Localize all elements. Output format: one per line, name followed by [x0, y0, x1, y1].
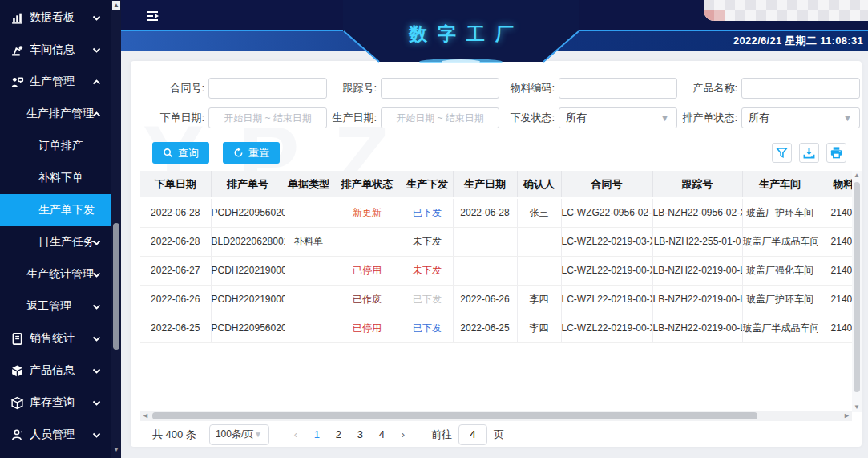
date-range-placeholder: 开始日期 ~ 结束日期: [396, 111, 484, 125]
goto-page-input[interactable]: [458, 424, 487, 445]
table-cell: 2022-06-27: [140, 256, 211, 285]
horizontal-scrollbar-thumb[interactable]: [152, 412, 757, 419]
sidebar-item-生产单下发[interactable]: 生产单下发: [0, 194, 111, 226]
filter-text-control: [381, 78, 499, 99]
filter-icon: [775, 146, 789, 160]
table-row[interactable]: 2022-06-26PCDH2202190002已作废已下发2022-06-26…: [140, 285, 852, 314]
sidebar-item-label: 人员管理: [30, 428, 75, 442]
table-cell: 21400-129: [818, 285, 852, 314]
table-cell: LC-WZL22-0219-03-X: [561, 227, 652, 256]
table-cell: [333, 227, 402, 256]
page-size-select[interactable]: 100条/页 ▼: [209, 424, 269, 445]
scroll-down-icon[interactable]: ▼: [112, 445, 120, 455]
search-icon: [163, 148, 173, 158]
table-cell: 21400-129: [818, 314, 852, 342]
page-number-2[interactable]: 2: [328, 428, 349, 440]
data-table: 下单日期排产单号单据类型排产单状态生产下发生产日期确认人合同号跟踪号生产车间物料…: [140, 171, 852, 343]
status-badge: 已下发: [402, 198, 453, 227]
filter-label: 合同号:: [140, 78, 204, 99]
filter-text-control: [208, 78, 327, 99]
download-icon: [802, 146, 816, 160]
sidebar-item-产品信息[interactable]: 产品信息: [0, 355, 111, 387]
table-cell: 李四: [517, 285, 561, 314]
scroll-up-icon[interactable]: ▲: [112, 1, 120, 10]
inventory-box-icon: [10, 395, 24, 410]
download-button[interactable]: [799, 143, 819, 163]
table-row[interactable]: 2022-06-28BLD20220628001补料单未下发LC-WZL22-0…: [140, 227, 852, 256]
filter-input[interactable]: [742, 79, 859, 98]
next-page-button[interactable]: ›: [393, 428, 414, 440]
status-badge: 已停用: [333, 256, 402, 285]
sidebar-item-日生产任务[interactable]: 日生产任务: [0, 226, 111, 258]
chevron-down-icon: [92, 432, 101, 439]
status-badge: 新更新: [333, 198, 402, 227]
chevron-up-icon: [92, 111, 101, 118]
sidebar-item-库存查询[interactable]: 库存查询: [0, 387, 111, 419]
page-number-3[interactable]: 3: [349, 428, 371, 440]
sidebar-item-销售统计[interactable]: 销售统计: [0, 322, 111, 355]
reset-button-label: 重置: [248, 146, 269, 160]
filter-select-value: 所有: [742, 111, 843, 125]
print-button[interactable]: [826, 143, 846, 163]
status-badge: 未下发: [402, 227, 453, 256]
chevron-down-icon: [92, 239, 101, 246]
status-badge: 未下发: [402, 256, 453, 285]
sidebar-item-返工管理[interactable]: 返工管理: [0, 290, 111, 322]
sidebar-scrollbar-thumb[interactable]: [113, 223, 119, 350]
table-cell: 2022-06-28: [453, 198, 517, 227]
column-header: 生产日期: [453, 171, 517, 198]
table-cell: 2022-06-26: [453, 285, 517, 314]
sidebar-item-订单排产[interactable]: 订单排产: [0, 130, 111, 162]
filter-input[interactable]: [209, 79, 326, 98]
table-row[interactable]: 2022-06-28PCDH2209560201新更新已下发2022-06-28…: [140, 198, 852, 227]
status-badge: 已下发: [402, 285, 453, 314]
scroll-right-icon[interactable]: ►: [842, 411, 852, 421]
print-icon: [830, 146, 843, 160]
page-number-4[interactable]: 4: [371, 428, 393, 440]
scroll-up-icon[interactable]: ▲: [852, 171, 862, 180]
table-row[interactable]: 2022-06-27PCDH2202190003已停用未下发LC-WZL22-0…: [140, 256, 852, 285]
filter-select-value: 所有: [559, 111, 660, 125]
filter-button[interactable]: [772, 143, 792, 163]
filter-select[interactable]: 所有▼: [559, 107, 677, 128]
main-panel: YPZ 合同号:跟踪号:物料编码:产品名称: 下单日期:开始日期 ~ 结束日期生…: [131, 61, 862, 447]
reset-button[interactable]: 重置: [223, 142, 280, 164]
table-cell: [285, 256, 333, 285]
refresh-icon: [233, 148, 244, 158]
sidebar-item-数据看板[interactable]: 数据看板: [0, 2, 111, 34]
filter-input[interactable]: [559, 79, 676, 98]
sidebar-item-人员管理[interactable]: 人员管理: [0, 419, 111, 451]
status-badge: 已作废: [333, 285, 402, 314]
date-range-input[interactable]: 开始日期 ~ 结束日期: [381, 107, 499, 128]
sidebar-item-车间信息[interactable]: 车间信息: [0, 34, 111, 66]
table-cell: PCDH2202190003: [211, 256, 285, 285]
page-number-1[interactable]: 1: [306, 428, 328, 440]
sidebar-item-label: 生产单下发: [38, 203, 95, 217]
table-cell: 玻盖厂护环车间: [742, 198, 818, 227]
goto-label: 前往: [431, 428, 452, 442]
query-button[interactable]: 查询: [152, 142, 209, 164]
filter-select[interactable]: 所有▼: [741, 107, 860, 128]
scroll-left-icon[interactable]: ◄: [140, 411, 151, 421]
sidebar-item-补料下单[interactable]: 补料下单: [0, 162, 111, 194]
scroll-down-icon[interactable]: ▼: [852, 403, 862, 412]
table-cell: [453, 256, 517, 285]
vertical-scrollbar-thumb[interactable]: [854, 182, 860, 392]
date-range-input[interactable]: 开始日期 ~ 结束日期: [208, 107, 327, 128]
sidebar-item-生产排产管理[interactable]: 生产排产管理: [0, 98, 111, 130]
prev-page-button[interactable]: ‹: [285, 428, 306, 440]
chevron-down-icon: [92, 271, 101, 278]
filter-row-2: 下单日期:开始日期 ~ 结束日期生产日期:开始日期 ~ 结束日期下发状态:所有▼…: [140, 107, 855, 128]
table-horizontal-scrollbar[interactable]: ◄ ►: [140, 411, 852, 421]
table-row[interactable]: 2022-06-25PCDH2209560201已停用已下发2022-06-25…: [140, 314, 852, 342]
table-cell: LB-NZH22-255-01-0: [652, 227, 742, 256]
sidebar-item-生产统计管理[interactable]: 生产统计管理: [0, 258, 111, 290]
sidebar-item-label: 生产排产管理: [26, 107, 94, 121]
chevron-down-icon: ▼: [843, 113, 859, 123]
table-vertical-scrollbar[interactable]: ▲ ▼: [852, 171, 862, 412]
collapse-sidebar-icon[interactable]: [145, 9, 161, 23]
sidebar-scrollbar[interactable]: ▲ ▼: [111, 0, 121, 458]
filter-input[interactable]: [382, 79, 499, 98]
sidebar-item-生产管理[interactable]: 生产管理: [0, 66, 111, 98]
sidebar-item-label: 库存查询: [30, 395, 75, 410]
